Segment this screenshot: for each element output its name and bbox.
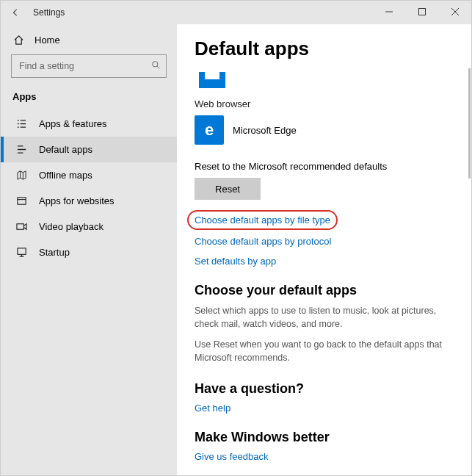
svg-rect-8 [17,248,25,254]
sidebar-item-label: Default apps [39,144,92,155]
choose-desc-2: Use Reset when you want to go back to th… [195,338,454,364]
home-label: Home [35,35,60,46]
reset-label: Reset to the Microsoft recommended defau… [195,161,454,172]
svg-line-5 [157,66,159,68]
web-browser-label: Web browser [195,98,454,109]
minimize-button[interactable] [372,1,405,23]
sidebar-item-label: Apps & features [39,118,107,129]
svg-rect-1 [418,9,425,15]
sidebar-item-label: Offline maps [39,170,92,181]
choose-heading: Choose your default apps [195,283,454,298]
main-content: Default apps Web browser e Microsoft Edg… [177,24,471,475]
sidebar-item-apps-websites[interactable]: Apps for websites [1,188,177,214]
home-button[interactable]: Home [1,29,177,51]
search-icon [151,60,161,70]
sidebar-item-offline-maps[interactable]: Offline maps [1,162,177,188]
website-icon [15,195,27,206]
maximize-button[interactable] [405,1,438,23]
sidebar-item-default-apps[interactable]: Default apps [1,137,177,162]
app-tile-partial[interactable] [199,72,225,88]
list-icon [15,118,27,129]
link-feedback[interactable]: Give us feedback [195,451,268,462]
svg-point-4 [153,62,158,67]
reset-button[interactable]: Reset [195,178,261,200]
web-browser-app: Microsoft Edge [233,125,297,136]
scrollbar[interactable] [466,24,471,475]
sidebar-item-label: Apps for websites [39,195,115,206]
defaults-icon [15,144,27,155]
svg-rect-6 [17,198,25,204]
link-file-type[interactable]: Choose default apps by file type [190,213,335,227]
scrollbar-thumb[interactable] [468,68,471,178]
svg-rect-7 [16,224,23,230]
video-icon [15,221,27,232]
sidebar-item-label: Startup [39,247,70,258]
window-controls [372,1,471,23]
sidebar: Home Apps Apps & features Default apps O… [1,24,177,475]
back-button[interactable] [7,7,24,18]
section-title: Apps [1,87,177,111]
sidebar-item-apps-features[interactable]: Apps & features [1,111,177,137]
close-button[interactable] [438,1,471,23]
search-input[interactable] [11,54,167,78]
startup-icon [15,247,27,258]
choose-desc-1: Select which apps to use to listen to mu… [195,304,454,331]
sidebar-item-label: Video playback [39,221,104,232]
sidebar-item-video-playback[interactable]: Video playback [1,214,177,239]
sidebar-item-startup[interactable]: Startup [1,239,177,265]
link-protocol[interactable]: Choose default apps by protocol [195,236,331,247]
question-heading: Have a question? [195,381,454,397]
edge-icon: e [195,115,224,145]
window-title: Settings [33,7,65,18]
web-browser-button[interactable]: e Microsoft Edge [195,115,454,145]
home-icon [12,35,24,46]
link-get-help[interactable]: Get help [195,403,230,414]
better-heading: Make Windows better [195,430,454,445]
link-by-app[interactable]: Set defaults by app [195,256,276,267]
map-icon [15,170,27,181]
page-title: Default apps [195,37,454,60]
